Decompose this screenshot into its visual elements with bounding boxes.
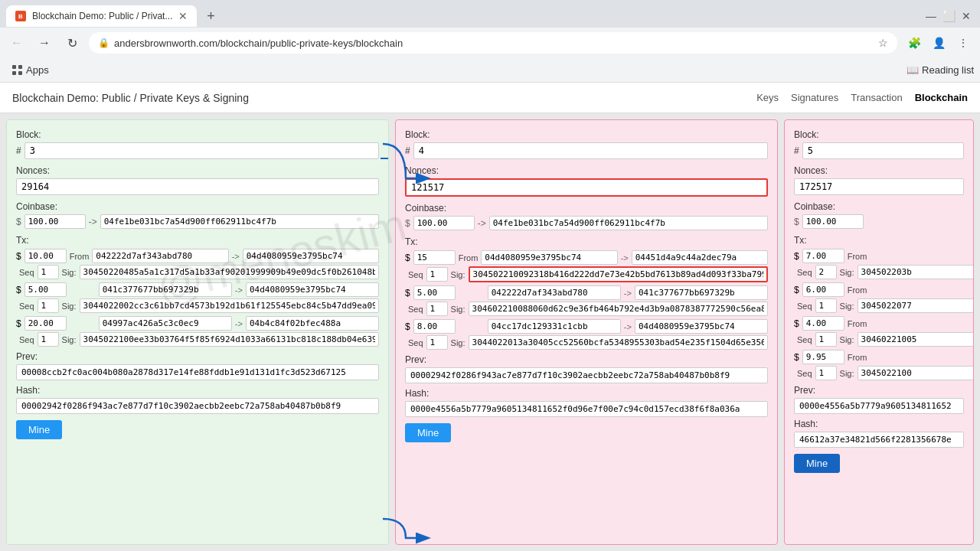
back-button[interactable]: ← [6,32,28,54]
browser-chrome: B Blockchain Demo: Public / Privat... ✕ … [0,0,980,83]
block3-tx2-sig[interactable] [80,298,379,313]
block5-coinbase-amount[interactable] [802,214,864,229]
block4-tx2-from[interactable] [488,285,621,300]
block3-tx1-to[interactable] [243,249,379,263]
extensions-icon[interactable]: 🧩 [903,32,925,54]
block4-tx3-seq[interactable] [426,335,448,350]
block5-tx1-seq[interactable] [815,265,837,279]
block5-tx1-amount[interactable] [802,249,844,263]
nav-keys[interactable]: Keys [756,92,779,103]
star-icon[interactable]: ☆ [878,37,888,49]
block5-tx4-row: $ From [794,350,964,364]
block5-block-num[interactable] [802,142,964,159]
block3-tx2-to[interactable] [246,282,379,297]
block5-tx2-seq[interactable] [815,298,837,313]
nav-blockchain[interactable]: Blockchain [915,92,968,103]
block4-tx1-arrow: -> [621,253,629,262]
block4-tx3-sig[interactable] [469,335,768,350]
block3-hash-input[interactable] [16,398,379,414]
block5-hash-input[interactable] [794,432,964,448]
block3-coinbase-to[interactable] [100,214,379,229]
block3-mine-button[interactable]: Mine [16,420,62,439]
block4-tx2-seq[interactable] [426,302,448,316]
block4-tx1-sig[interactable] [469,266,768,282]
block3-block-num[interactable] [24,142,379,159]
block4-tx3-to[interactable] [635,319,768,334]
block4-block-num[interactable] [413,142,768,159]
block3-tx2-seq[interactable] [38,298,59,313]
block4-tx2-amount[interactable] [413,285,456,300]
block4-coinbase-label: Coinbase: [405,203,768,214]
apps-button[interactable]: Apps [6,61,55,79]
block3-tx1-seq-row: Seq Sig: [16,265,379,279]
block5-tx4-amount[interactable] [802,350,844,364]
block3-tx2-amount[interactable] [24,282,67,297]
block5-tx3-amount[interactable] [802,316,844,331]
block3-tx3-from[interactable] [99,316,232,331]
block4-nonce-field: Nonces: [405,165,768,197]
reading-list-label: Reading list [922,64,974,76]
block5-tx3-sig[interactable] [858,332,974,347]
block4-coinbase-amount[interactable] [413,216,475,230]
block3-tx2-from[interactable] [99,282,232,297]
nav-signatures[interactable]: Signatures [791,92,838,103]
block5-tx2-sig[interactable] [858,298,974,313]
maximize-button[interactable]: ⬜ [942,10,956,22]
block4-tx2-to[interactable] [635,285,768,300]
block4-block-label: Block: [405,129,768,140]
block5-prev-input[interactable] [794,398,964,414]
block4-tx1-to[interactable] [632,250,768,265]
block4-nonce-input[interactable] [405,178,768,197]
block5-tx2-amount[interactable] [802,282,844,297]
block4-prev-input[interactable] [405,367,768,383]
block3-tx3-sig[interactable] [80,332,379,347]
block3-tx1-sig[interactable] [80,265,379,279]
profile-icon[interactable]: 👤 [928,32,949,54]
block4-hash-input[interactable] [405,401,768,417]
block4-mine-button[interactable]: Mine [405,423,451,442]
close-button[interactable]: ✕ [962,10,971,22]
block3-nonce-input[interactable] [16,178,379,195]
block3-tx1-seq[interactable] [38,265,59,279]
block4-tx3-amount[interactable] [413,319,456,334]
block3-prev-input[interactable] [16,364,379,380]
url-text[interactable]: andersbrownworth.com/blockchain/public-p… [114,37,874,49]
block5-tx4-seq[interactable] [815,366,837,380]
block4-tx-section: Tx: $ From -> Seq Sig: [405,236,768,350]
block5-tx3-from-label: From [848,319,867,328]
block4-tx1-from[interactable] [481,250,617,265]
block5-nonce-input[interactable] [794,178,964,195]
block4-tx1-amount[interactable] [413,250,456,265]
menu-icon[interactable]: ⋮ [952,32,974,54]
reading-list-button[interactable]: 📖 Reading list [906,64,974,76]
block4-tx1-seq[interactable] [426,267,448,282]
block5-tx3-seq[interactable] [815,332,837,347]
forward-button[interactable]: → [34,32,55,54]
block3-tx3-to[interactable] [246,316,379,331]
address-bar[interactable]: 🔒 andersbrownworth.com/blockchain/public… [89,32,897,54]
block4-tx2-sig[interactable] [469,302,768,316]
block3-tx1-amount[interactable] [24,249,67,263]
block5-tx4-sig-label: Sig: [840,369,854,378]
block5-mine-button[interactable]: Mine [794,454,840,473]
block3-coinbase-amount[interactable] [24,214,86,229]
block5-tx4-sig[interactable] [858,366,974,380]
block4-tx3-from[interactable] [488,319,621,334]
active-tab[interactable]: B Blockchain Demo: Public / Privat... ✕ [6,5,197,27]
block3-tx1-from[interactable] [92,249,228,263]
block3-tx3-seq[interactable] [38,332,59,347]
tab-close-button[interactable]: ✕ [178,10,188,22]
block3-block-input-row: # [16,142,379,159]
block5-tx1-sig[interactable] [858,265,974,279]
minimize-button[interactable]: — [926,10,936,22]
block3-tx1-seq-label: Seq [19,268,34,277]
block4-tx1-from-label: From [459,253,479,262]
nav-transaction[interactable]: Transaction [851,92,902,103]
block3-prev-field: Prev: [16,351,379,380]
block3-tx3-amount[interactable] [24,316,67,331]
reload-button[interactable]: ↻ [61,32,83,54]
block3-tx1-dollar: $ [16,251,21,262]
new-tab-button[interactable]: + [200,5,221,27]
block4-coinbase-to[interactable] [489,216,768,230]
main-content: Block: # Nonces: Coinbase: $ -> Tx: [0,113,980,551]
